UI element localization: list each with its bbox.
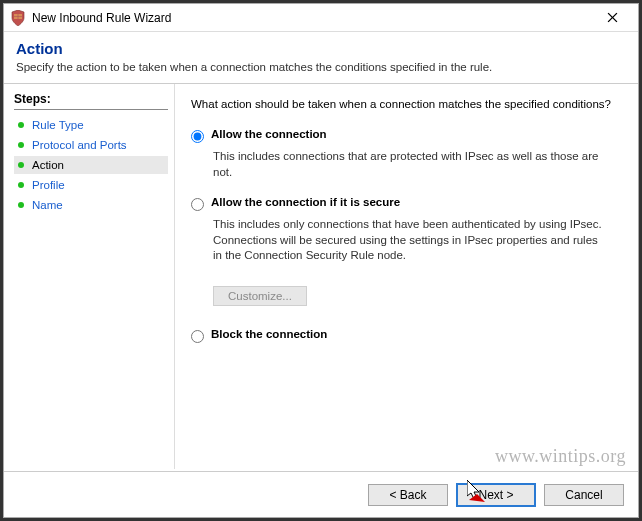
bullet-icon — [18, 182, 24, 188]
option-block[interactable]: Block the connection — [191, 328, 622, 343]
close-button[interactable] — [592, 6, 632, 30]
option-block-label: Block the connection — [211, 328, 327, 340]
next-button[interactable]: Next > — [456, 483, 536, 507]
page-title: Action — [16, 40, 626, 57]
step-link[interactable]: Name — [32, 199, 63, 211]
bullet-icon — [18, 122, 24, 128]
customize-button: Customize... — [213, 286, 307, 306]
radio-allow[interactable] — [191, 130, 204, 143]
content-panel: What action should be taken when a conne… — [174, 84, 638, 469]
step-profile[interactable]: Profile — [14, 176, 168, 194]
back-button[interactable]: < Back — [368, 484, 448, 506]
radio-block[interactable] — [191, 330, 204, 343]
page-subtitle: Specify the action to be taken when a co… — [16, 61, 626, 73]
step-link[interactable]: Profile — [32, 179, 65, 191]
option-allow[interactable]: Allow the connection — [191, 128, 622, 143]
step-name[interactable]: Name — [14, 196, 168, 214]
header: Action Specify the action to be taken wh… — [4, 32, 638, 79]
step-link[interactable]: Protocol and Ports — [32, 139, 127, 151]
step-link[interactable]: Rule Type — [32, 119, 84, 131]
steps-heading: Steps: — [14, 92, 168, 106]
radio-secure[interactable] — [191, 198, 204, 211]
option-allow-desc: This includes connections that are prote… — [213, 149, 603, 180]
step-action[interactable]: Action — [14, 156, 168, 174]
bullet-icon — [18, 202, 24, 208]
bullet-icon — [18, 162, 24, 168]
question-text: What action should be taken when a conne… — [191, 98, 622, 110]
step-rule-type[interactable]: Rule Type — [14, 116, 168, 134]
option-secure-label: Allow the connection if it is secure — [211, 196, 400, 208]
bullet-icon — [18, 142, 24, 148]
option-secure[interactable]: Allow the connection if it is secure — [191, 196, 622, 211]
footer: < Back Next > Cancel — [4, 471, 638, 517]
steps-sidebar: Steps: Rule Type Protocol and Ports Acti… — [4, 84, 174, 469]
cancel-button[interactable]: Cancel — [544, 484, 624, 506]
titlebar: New Inbound Rule Wizard — [4, 4, 638, 32]
wizard-window: New Inbound Rule Wizard Action Specify t… — [3, 3, 639, 518]
option-allow-label: Allow the connection — [211, 128, 327, 140]
firewall-icon — [10, 10, 26, 26]
option-secure-desc: This includes only connections that have… — [213, 217, 603, 264]
step-link: Action — [32, 159, 64, 171]
window-title: New Inbound Rule Wizard — [32, 11, 592, 25]
step-protocol-ports[interactable]: Protocol and Ports — [14, 136, 168, 154]
